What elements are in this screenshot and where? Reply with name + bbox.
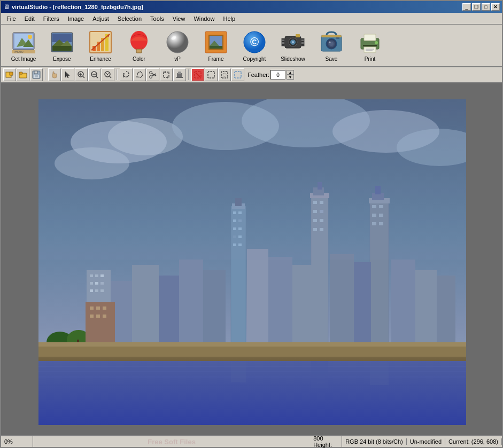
restore-button[interactable]: ❐: [472, 3, 481, 11]
svg-rect-39: [301, 40, 304, 41]
scissors-tool-button[interactable]: [146, 68, 159, 81]
svg-rect-88: [178, 72, 181, 74]
svg-rect-184: [38, 342, 466, 347]
crop-tool-button[interactable]: [160, 68, 173, 81]
stamp-tool-button[interactable]: [173, 68, 186, 81]
status-bar: 0% Free Soft Files Width: 800 Height: 64…: [1, 435, 502, 447]
menu-adjust[interactable]: Adjust: [88, 14, 113, 23]
svg-rect-64: [34, 75, 39, 78]
menu-help[interactable]: Help: [219, 14, 240, 23]
svg-text:©: ©: [250, 35, 259, 49]
svg-rect-57: [363, 45, 377, 46]
inverse-button[interactable]: [218, 68, 231, 81]
svg-rect-61: [19, 72, 22, 74]
svg-point-24: [167, 32, 188, 53]
feather-input[interactable]: [270, 70, 285, 80]
svg-rect-179: [103, 306, 106, 310]
slideshow-label: Slideshow: [281, 56, 305, 62]
toolbar-separator-3: [188, 69, 189, 80]
feather-up-button[interactable]: ▲: [287, 70, 294, 75]
menu-window[interactable]: Window: [189, 14, 219, 23]
expose-button[interactable]: Expose: [44, 27, 80, 64]
svg-rect-159: [247, 249, 268, 348]
window-title: virtualStudio - [reflection_1280_fpzbgdu…: [12, 4, 143, 10]
selection-tools-group: [120, 68, 186, 81]
svg-rect-173: [90, 289, 93, 292]
menu-edit[interactable]: Edit: [20, 14, 39, 23]
color-button[interactable]: Color: [121, 27, 157, 64]
svg-rect-37: [296, 34, 300, 37]
menu-file[interactable]: File: [2, 14, 20, 23]
title-bar: 🖥 virtualStudio - [reflection_1280_fpzbg…: [1, 1, 502, 13]
svg-point-80: [150, 72, 152, 74]
frame-button[interactable]: Frame: [198, 27, 234, 64]
enhance-button[interactable]: Enhance: [82, 27, 119, 64]
menu-selection[interactable]: Selection: [113, 14, 146, 23]
get-image-icon: PHOTO: [11, 29, 36, 55]
svg-point-94: [223, 73, 226, 76]
menu-image[interactable]: Image: [64, 14, 89, 23]
svg-rect-169: [100, 274, 104, 277]
minimize-button[interactable]: _: [462, 3, 471, 11]
svg-point-48: [329, 41, 331, 43]
svg-rect-89: [176, 77, 183, 78]
svg-rect-175: [100, 289, 104, 292]
svg-rect-181: [96, 315, 100, 318]
menu-filters[interactable]: Filters: [39, 14, 64, 23]
copyright-button[interactable]: © Copyright: [236, 27, 273, 64]
selection-modify-group: [191, 68, 244, 81]
color-icon: [126, 29, 152, 55]
hand-tool-button[interactable]: [48, 68, 61, 81]
svg-rect-95: [235, 72, 241, 78]
print-button[interactable]: Print: [352, 27, 388, 64]
open-tool-button[interactable]: [3, 68, 16, 81]
vp-button[interactable]: vP: [159, 27, 196, 64]
svg-point-36: [292, 41, 294, 43]
main-toolbar: PHOTO Get Image Expose: [1, 25, 502, 67]
lasso-tool-button[interactable]: [120, 68, 133, 81]
maximize-button[interactable]: □: [482, 3, 490, 11]
zoom-in-button[interactable]: [75, 68, 88, 81]
color-label: Color: [133, 56, 145, 62]
save-tool-button[interactable]: [30, 68, 43, 81]
toolbar-separator-2: [117, 69, 118, 80]
title-controls: _ ❐ □ ✕: [462, 3, 500, 11]
canvas-area[interactable]: [1, 83, 502, 435]
svg-rect-187: [370, 361, 389, 385]
close-button[interactable]: ✕: [491, 3, 500, 11]
feather-select-button[interactable]: [231, 68, 244, 81]
save-icon: [319, 29, 344, 55]
watermark-text: Free Soft Files: [33, 438, 310, 446]
navigate-tools-group: [48, 68, 114, 81]
deselect-button[interactable]: [191, 68, 204, 81]
folder-tool-button[interactable]: [17, 68, 29, 81]
save-label: Save: [326, 56, 338, 62]
toolbar-separator-1: [45, 69, 46, 80]
zoom-fit-button[interactable]: [102, 68, 114, 81]
pointer-tool-button[interactable]: [61, 68, 74, 81]
print-label: Print: [365, 56, 376, 62]
save-button[interactable]: Save: [313, 27, 350, 64]
feather-spinner: ▲ ▼: [287, 70, 294, 80]
slideshow-icon: [280, 29, 306, 55]
svg-point-56: [375, 41, 378, 44]
svg-marker-67: [65, 72, 69, 78]
menu-bar: File Edit Filters Image Adjust Selection…: [1, 13, 502, 25]
svg-rect-166: [437, 276, 455, 348]
svg-rect-162: [330, 254, 354, 348]
vp-label: vP: [174, 56, 181, 62]
file-tools-group: [3, 68, 43, 81]
svg-rect-92: [208, 72, 214, 78]
feather-down-button[interactable]: ▼: [287, 75, 294, 80]
polygon-lasso-button[interactable]: [133, 68, 146, 81]
image-canvas: [38, 99, 466, 425]
expose-icon: [49, 29, 75, 55]
svg-line-91: [196, 73, 200, 77]
menu-view[interactable]: View: [168, 14, 190, 23]
menu-tools[interactable]: Tools: [146, 14, 168, 23]
slideshow-button[interactable]: Slideshow: [275, 27, 311, 64]
get-image-button[interactable]: PHOTO Get Image: [5, 27, 42, 64]
secondary-toolbar: Feather: ▲ ▼: [1, 67, 502, 83]
zoom-out-button[interactable]: [88, 68, 101, 81]
select-all-button[interactable]: [205, 68, 218, 81]
